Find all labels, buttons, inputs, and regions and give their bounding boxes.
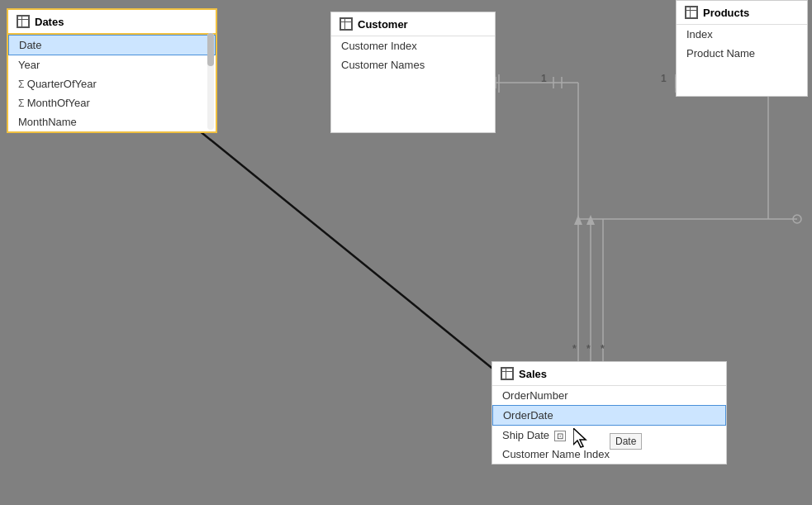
dates-row-date[interactable]: Date bbox=[8, 35, 216, 55]
relation-label-star-1: * bbox=[572, 343, 577, 355]
dates-row-monthname[interactable]: MonthName bbox=[8, 112, 216, 131]
svg-point-18 bbox=[793, 215, 801, 223]
sales-table: Sales OrderNumber OrderDate Ship Date ⊡ … bbox=[491, 361, 727, 465]
table-icon-dates bbox=[17, 15, 30, 28]
sales-table-header: Sales bbox=[492, 362, 726, 386]
products-title: Products bbox=[703, 7, 749, 19]
table-icon-products bbox=[685, 6, 698, 19]
products-table-header: Products bbox=[677, 1, 807, 25]
dates-table: Dates Date Year QuarterOfYear MonthOfYea… bbox=[7, 8, 217, 133]
dates-scrollbar-thumb bbox=[207, 33, 214, 66]
dates-row-year[interactable]: Year bbox=[8, 55, 216, 74]
table-icon-sales bbox=[501, 367, 514, 380]
sales-row-ordernumber[interactable]: OrderNumber bbox=[492, 386, 726, 405]
relation-label-star-3: * bbox=[601, 343, 605, 355]
dates-title: Dates bbox=[35, 16, 64, 28]
products-row-index[interactable]: Index bbox=[677, 25, 807, 44]
dates-scrollbar[interactable] bbox=[207, 33, 214, 130]
table-icon-customer bbox=[340, 17, 353, 31]
svg-marker-12 bbox=[574, 215, 582, 225]
customer-table: Customer Customer Index Customer Names bbox=[330, 12, 496, 133]
products-row-productname[interactable]: Product Name bbox=[677, 44, 807, 63]
sales-title: Sales bbox=[519, 368, 547, 380]
relation-label-one-left: 1 bbox=[541, 73, 547, 84]
customer-row-names[interactable]: Customer Names bbox=[331, 55, 495, 74]
dates-row-quarterofyear[interactable]: QuarterOfYear bbox=[8, 74, 216, 93]
relation-label-one-right: 1 bbox=[661, 73, 667, 84]
dates-table-header: Dates bbox=[8, 10, 216, 35]
sales-row-shipdate[interactable]: Ship Date ⊡ bbox=[492, 426, 726, 445]
dates-row-monthofyear[interactable]: MonthOfYear bbox=[8, 93, 216, 112]
relation-label-star-2: * bbox=[586, 343, 591, 355]
svg-marker-13 bbox=[586, 215, 595, 225]
customer-row-index[interactable]: Customer Index bbox=[331, 36, 495, 55]
sales-row-orderdate[interactable]: OrderDate bbox=[492, 405, 726, 426]
shipdate-external-icon: ⊡ bbox=[554, 431, 566, 441]
sales-row-customerindex[interactable]: Customer Name Index bbox=[492, 445, 726, 464]
customer-title: Customer bbox=[358, 18, 408, 31]
products-table: Products Index Product Name bbox=[676, 0, 808, 97]
sales-orderdate-label: OrderDate bbox=[503, 409, 553, 422]
customer-table-header: Customer bbox=[331, 12, 495, 36]
